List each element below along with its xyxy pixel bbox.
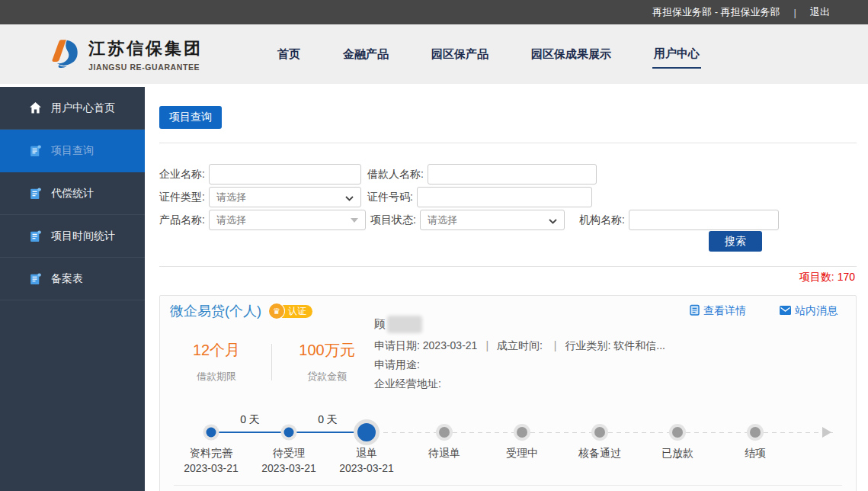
info-label: 行业类别:	[565, 339, 613, 351]
nav-item[interactable]: 金融产品	[341, 41, 390, 68]
divider	[159, 266, 857, 267]
info-separator: |	[485, 339, 488, 351]
logo-title: 江苏信保集团	[88, 37, 203, 60]
step-dot	[672, 427, 683, 438]
site-message-link[interactable]: 站内消息	[780, 304, 838, 318]
doc-icon	[29, 229, 42, 242]
cert-no-label: 证件号码:	[367, 191, 413, 204]
info-value: 软件和信...	[613, 339, 665, 351]
search-button[interactable]: 搜索	[709, 231, 762, 252]
timeline-step: 受理中	[483, 412, 561, 484]
redacted-name	[387, 316, 422, 333]
company-name-input[interactable]	[209, 164, 361, 185]
step-date: 2023-03-21	[316, 462, 418, 474]
info-line-2: 申请用途:	[374, 355, 665, 374]
step-name: 待受理	[250, 447, 328, 461]
certified-badge: ♛ 认证	[269, 303, 312, 319]
divider	[159, 143, 857, 143]
nav-item[interactable]: 用户中心	[652, 40, 701, 69]
step-dot	[357, 423, 376, 441]
topbar: 再担保业务部 - 再担保业务部 | 退出	[0, 0, 868, 24]
borrower-name-label: 借款人名称:	[367, 168, 424, 181]
sidebar-item[interactable]: 项目时间统计	[0, 215, 145, 258]
step-dot	[517, 427, 527, 438]
step-name: 退单	[328, 447, 405, 461]
view-detail-label: 查看详情	[703, 304, 746, 318]
nav-item[interactable]: 园区保产品	[430, 41, 490, 68]
topbar-separator: |	[794, 7, 796, 18]
info-separator: |	[554, 339, 557, 351]
doc-icon	[29, 272, 42, 285]
sidebar-item[interactable]: 代偿统计	[0, 172, 145, 215]
step-connector	[755, 432, 833, 433]
borrower-surname: 顾	[374, 317, 386, 332]
product-name-select[interactable]: 请选择	[209, 210, 366, 230]
step-dot	[439, 427, 450, 438]
org-name-input[interactable]	[629, 210, 779, 230]
step-name: 已放款	[639, 447, 716, 461]
step-dot	[750, 427, 761, 438]
step-name: 核备通过	[561, 447, 639, 461]
site-message-label: 站内消息	[795, 304, 838, 318]
timeline-step: 结项	[716, 412, 794, 484]
sidebar-item-label: 项目查询	[51, 144, 94, 158]
purpose-label: 申请用途:	[374, 358, 420, 371]
timeline-step: 已放款	[639, 412, 716, 484]
step-dot	[284, 428, 294, 438]
logo-mark-icon	[46, 35, 81, 73]
card-stats: 12个月 借款期限 100万元 贷款金额	[171, 340, 373, 383]
company-name-label: 企业名称:	[159, 168, 205, 181]
project-card: 微企易贷(个人) ♛ 认证 查看详情	[159, 295, 857, 491]
project-query-tab[interactable]: 项目查询	[159, 106, 222, 129]
nav-item[interactable]: 首页	[276, 41, 302, 68]
stat-label: 贷款金额	[281, 370, 373, 383]
sidebar-item-label: 用户中心首页	[51, 101, 115, 115]
step-dot	[207, 428, 216, 438]
card-info: 申请日期: 2023-03-21|成立时间: |行业类别: 软件和信... 申请…	[374, 336, 665, 393]
main-content: 项目查询 企业名称: 借款人名称: 证件类型: 请选择	[145, 87, 868, 491]
envelope-icon	[780, 305, 791, 317]
project-status-select[interactable]: 请选择	[420, 210, 565, 230]
info-line-3: 企业经营地址:	[374, 374, 665, 393]
step-name: 资料完善	[172, 447, 250, 461]
arrow-right-icon	[822, 427, 831, 438]
sidebar-item[interactable]: 用户中心首页	[0, 87, 145, 130]
body-row: 用户中心首页 项目查询 代偿统计 项目时间统计 备案表 项目查询	[0, 87, 868, 491]
header: 江苏信保集团 JIANGSU RE-GUARANTEE 首页金融产品园区保产品园…	[0, 24, 868, 84]
stat: 100万元 贷款金额	[281, 340, 373, 383]
step-name: 待退单	[405, 447, 483, 461]
progress-timeline: 0 天 资料完善 2023-03-21 0 天 待受理 2023-03-21 退…	[172, 412, 856, 488]
home-icon	[29, 101, 42, 114]
stat: 12个月 借款期限	[171, 340, 262, 383]
cert-no-input[interactable]	[417, 187, 592, 207]
logout-button[interactable]: 退出	[810, 5, 830, 19]
info-label: 申请日期:	[374, 339, 423, 351]
timeline-step: 退单 2023-03-21	[328, 412, 405, 484]
logo-subtitle: JIANGSU RE-GUARANTEE	[88, 63, 203, 72]
stat-divider	[271, 344, 272, 380]
document-icon	[690, 304, 700, 318]
main-nav: 首页金融产品园区保产品园区保成果展示用户中心	[236, 40, 701, 69]
sidebar-item-label: 项目时间统计	[51, 229, 115, 243]
sidebar: 用户中心首页 项目查询 代偿统计 项目时间统计 备案表	[0, 87, 145, 491]
borrower-name-input[interactable]	[428, 164, 597, 185]
sidebar-item-label: 代偿统计	[51, 187, 94, 201]
view-detail-link[interactable]: 查看详情	[690, 304, 746, 318]
cert-type-select[interactable]: 请选择	[209, 187, 361, 207]
crown-icon: ♛	[269, 303, 284, 319]
project-status-value: 请选择	[428, 213, 457, 227]
info-label: 成立时间:	[497, 339, 546, 351]
progress-steps: 0 天 资料完善 2023-03-21 0 天 待受理 2023-03-21 退…	[172, 412, 856, 484]
nav-item[interactable]: 园区保成果展示	[530, 41, 613, 68]
sidebar-item[interactable]: 项目查询	[0, 130, 145, 172]
project-count-label: 项目数:	[799, 271, 834, 283]
sidebar-item-label: 备案表	[51, 272, 83, 286]
project-count: 项目数: 170	[159, 271, 857, 284]
doc-icon	[29, 187, 42, 200]
cert-type-label: 证件类型:	[159, 191, 205, 204]
sidebar-item[interactable]: 备案表	[0, 258, 145, 300]
chevron-down-icon	[549, 214, 557, 226]
info-line-1: 申请日期: 2023-03-21|成立时间: |行业类别: 软件和信...	[374, 336, 665, 355]
doc-icon	[29, 144, 42, 157]
card-divider	[174, 485, 842, 486]
